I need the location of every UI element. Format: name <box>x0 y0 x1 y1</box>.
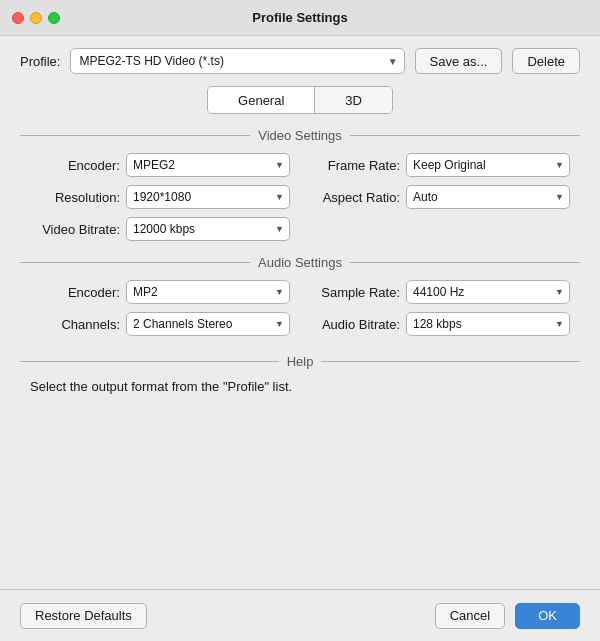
audio-encoder-select[interactable]: MP2 AAC MP3 <box>126 280 290 304</box>
sample-rate-select[interactable]: 44100 Hz 48000 Hz 32000 Hz 22050 Hz <box>406 280 570 304</box>
main-content: Profile: MPEG2-TS HD Video (*.ts) MPEG2-… <box>0 36 600 420</box>
video-settings-section: Video Settings Encoder: MPEG2 H.264 H.26… <box>20 128 580 241</box>
channels-select[interactable]: 2 Channels Stereo 1 Channel Mono 6 Chann… <box>126 312 290 336</box>
audio-settings-section: Audio Settings Encoder: MP2 AAC MP3 ▼ Sa… <box>20 255 580 336</box>
audio-encoder-row: Encoder: MP2 AAC MP3 ▼ <box>30 280 290 304</box>
video-bitrate-select[interactable]: 12000 kbps 8000 kbps 6000 kbps 4000 kbps… <box>126 217 290 241</box>
frame-rate-label: Frame Rate: <box>310 158 400 173</box>
audio-encoder-label: Encoder: <box>30 285 120 300</box>
video-settings-line-right <box>350 135 580 136</box>
audio-settings-title: Audio Settings <box>258 255 342 270</box>
audio-encoder-select-wrapper: MP2 AAC MP3 ▼ <box>126 280 290 304</box>
frame-rate-select[interactable]: Keep Original 23.976 24 25 29.97 30 <box>406 153 570 177</box>
video-bitrate-label: Video Bitrate: <box>30 222 120 237</box>
help-header: Help <box>20 354 580 369</box>
tab-group: General 3D <box>207 86 393 114</box>
video-settings-header: Video Settings <box>20 128 580 143</box>
help-line-left <box>20 361 279 362</box>
audio-settings-header: Audio Settings <box>20 255 580 270</box>
profile-select-wrapper: MPEG2-TS HD Video (*.ts) MPEG2-TS SD Vid… <box>70 48 404 74</box>
minimize-button[interactable] <box>30 12 42 24</box>
help-title: Help <box>287 354 314 369</box>
ok-button[interactable]: OK <box>515 603 580 629</box>
encoder-select[interactable]: MPEG2 H.264 H.265 <box>126 153 290 177</box>
save-as-button[interactable]: Save as... <box>415 48 503 74</box>
channels-select-wrapper: 2 Channels Stereo 1 Channel Mono 6 Chann… <box>126 312 290 336</box>
audio-settings-grid: Encoder: MP2 AAC MP3 ▼ Sample Rate: 4410… <box>20 280 580 336</box>
close-button[interactable] <box>12 12 24 24</box>
empty-cell <box>310 217 570 241</box>
video-bitrate-row: Video Bitrate: 12000 kbps 8000 kbps 6000… <box>30 217 290 241</box>
window-title: Profile Settings <box>252 10 347 25</box>
audio-bitrate-select-wrapper: 128 kbps 192 kbps 256 kbps 320 kbps 64 k… <box>406 312 570 336</box>
cancel-button[interactable]: Cancel <box>435 603 505 629</box>
channels-label: Channels: <box>30 317 120 332</box>
encoder-row: Encoder: MPEG2 H.264 H.265 ▼ <box>30 153 290 177</box>
video-settings-line-left <box>20 135 250 136</box>
profile-label: Profile: <box>20 54 60 69</box>
frame-rate-row: Frame Rate: Keep Original 23.976 24 25 2… <box>310 153 570 177</box>
sample-rate-select-wrapper: 44100 Hz 48000 Hz 32000 Hz 22050 Hz ▼ <box>406 280 570 304</box>
audio-settings-line-left <box>20 262 250 263</box>
delete-button[interactable]: Delete <box>512 48 580 74</box>
aspect-ratio-select-wrapper: Auto 4:3 16:9 ▼ <box>406 185 570 209</box>
video-settings-title: Video Settings <box>258 128 342 143</box>
traffic-lights <box>12 12 60 24</box>
audio-bitrate-select[interactable]: 128 kbps 192 kbps 256 kbps 320 kbps 64 k… <box>406 312 570 336</box>
audio-bitrate-label: Audio Bitrate: <box>310 317 400 332</box>
profile-select[interactable]: MPEG2-TS HD Video (*.ts) MPEG2-TS SD Vid… <box>70 48 404 74</box>
resolution-select-wrapper: 1920*1080 1280*720 720*480 640*480 ▼ <box>126 185 290 209</box>
encoder-select-wrapper: MPEG2 H.264 H.265 ▼ <box>126 153 290 177</box>
frame-rate-select-wrapper: Keep Original 23.976 24 25 29.97 30 ▼ <box>406 153 570 177</box>
profile-row: Profile: MPEG2-TS HD Video (*.ts) MPEG2-… <box>20 48 580 74</box>
audio-settings-line-right <box>350 262 580 263</box>
resolution-select[interactable]: 1920*1080 1280*720 720*480 640*480 <box>126 185 290 209</box>
bottom-bar: Restore Defaults Cancel OK <box>0 589 600 641</box>
audio-bitrate-row: Audio Bitrate: 128 kbps 192 kbps 256 kbp… <box>310 312 570 336</box>
channels-row: Channels: 2 Channels Stereo 1 Channel Mo… <box>30 312 290 336</box>
resolution-row: Resolution: 1920*1080 1280*720 720*480 6… <box>30 185 290 209</box>
aspect-ratio-select[interactable]: Auto 4:3 16:9 <box>406 185 570 209</box>
title-bar: Profile Settings <box>0 0 600 36</box>
help-section: Help Select the output format from the "… <box>20 354 580 394</box>
restore-defaults-button[interactable]: Restore Defaults <box>20 603 147 629</box>
sample-rate-label: Sample Rate: <box>310 285 400 300</box>
video-bitrate-select-wrapper: 12000 kbps 8000 kbps 6000 kbps 4000 kbps… <box>126 217 290 241</box>
aspect-ratio-row: Aspect Ratio: Auto 4:3 16:9 ▼ <box>310 185 570 209</box>
help-line-right <box>321 361 580 362</box>
aspect-ratio-label: Aspect Ratio: <box>310 190 400 205</box>
encoder-label: Encoder: <box>30 158 120 173</box>
tabs-row: General 3D <box>20 86 580 114</box>
tab-3d[interactable]: 3D <box>315 87 392 113</box>
resolution-label: Resolution: <box>30 190 120 205</box>
bottom-right-buttons: Cancel OK <box>435 603 580 629</box>
video-settings-grid: Encoder: MPEG2 H.264 H.265 ▼ Frame Rate:… <box>20 153 580 241</box>
maximize-button[interactable] <box>48 12 60 24</box>
sample-rate-row: Sample Rate: 44100 Hz 48000 Hz 32000 Hz … <box>310 280 570 304</box>
tab-general[interactable]: General <box>208 87 315 113</box>
help-text: Select the output format from the "Profi… <box>20 379 580 394</box>
